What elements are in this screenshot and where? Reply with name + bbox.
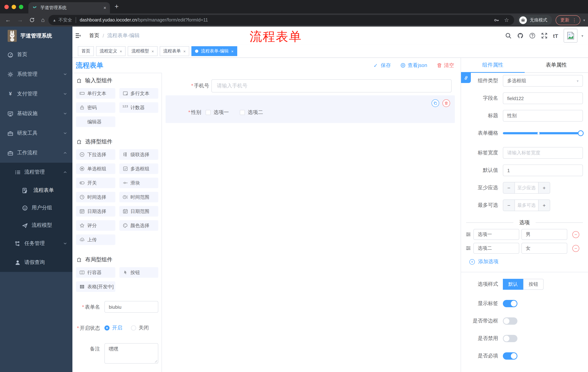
- palette-item[interactable]: 单选框组: [76, 163, 115, 174]
- checkbox-icon[interactable]: [240, 110, 245, 115]
- stepper-minus-button[interactable]: −: [503, 200, 515, 211]
- reload-icon[interactable]: [29, 17, 35, 23]
- drag-handle-icon[interactable]: [465, 245, 471, 251]
- palette-item[interactable]: 滑块: [119, 178, 158, 188]
- checkbox-option[interactable]: 选项二: [240, 109, 263, 116]
- add-option-button[interactable]: + 添加选项: [469, 258, 588, 265]
- tab-component-props[interactable]: 组件属性: [461, 58, 525, 73]
- max-select-input[interactable]: 最多可选: [515, 200, 538, 211]
- palette-item[interactable]: 多行文本: [119, 88, 158, 99]
- font-size-icon[interactable]: tT: [553, 32, 558, 39]
- toggle-switch[interactable]: [503, 317, 517, 325]
- delete-field-button[interactable]: [442, 99, 450, 107]
- component-type-select[interactable]: 多选框组▾: [503, 75, 583, 87]
- view-json-button[interactable]: 查看json: [400, 62, 427, 69]
- stepper-minus-button[interactable]: −: [503, 182, 515, 193]
- radio-option[interactable]: 关闭: [131, 325, 149, 331]
- sidebar-item-infra[interactable]: 基础设施: [0, 104, 73, 123]
- tag[interactable]: 流程模型 ×: [128, 46, 158, 56]
- toggle-switch[interactable]: [503, 300, 517, 307]
- hamburger-icon[interactable]: [75, 33, 81, 38]
- canvas-field-gender-selected[interactable]: *性别 选项一: [166, 95, 455, 123]
- tag-close-icon[interactable]: ×: [231, 49, 234, 53]
- palette-item[interactable]: 下拉选择: [76, 149, 115, 160]
- tag[interactable]: 首页: [78, 46, 94, 56]
- palette-item[interactable]: 上传: [76, 234, 115, 245]
- palette-item[interactable]: 表格[开发中]: [76, 281, 115, 292]
- sidebar-item-workflow[interactable]: 工作流程: [0, 143, 73, 163]
- avatar-caret-icon[interactable]: ▾: [581, 34, 583, 38]
- address-box[interactable]: ▲ 不安全 dashboard.yudao.iocoder.cn/bpm/man…: [48, 15, 514, 25]
- tag-close-icon[interactable]: ×: [183, 49, 186, 53]
- forward-icon[interactable]: →: [17, 17, 23, 23]
- checkbox-icon[interactable]: [206, 110, 211, 115]
- segment-option[interactable]: 按钮: [523, 279, 544, 290]
- phone-input[interactable]: 请输入手机号: [211, 79, 452, 93]
- search-icon[interactable]: [505, 32, 512, 39]
- palette-item[interactable]: 时间范围: [119, 192, 158, 202]
- tab-form-props[interactable]: 表单属性: [525, 58, 588, 73]
- label-width-input[interactable]: 请输入标签宽度: [503, 147, 583, 159]
- form-canvas[interactable]: *手机号 请输入手机号 *性别: [162, 73, 461, 372]
- field-name-input[interactable]: field122: [503, 93, 583, 104]
- minimize-window-button[interactable]: [12, 5, 16, 9]
- fullscreen-icon[interactable]: [541, 32, 548, 39]
- form-name-input[interactable]: biubiu: [105, 301, 158, 313]
- palette-item[interactable]: 行容器: [76, 267, 115, 278]
- sidebar-item-payment[interactable]: ¥ 支付管理: [0, 84, 73, 104]
- sidebar-item-system[interactable]: 系统管理: [0, 64, 73, 84]
- option-value-input[interactable]: 女: [521, 243, 567, 254]
- toggle-switch[interactable]: [503, 335, 517, 342]
- stepper-plus-button[interactable]: +: [538, 182, 550, 193]
- toggle-switch[interactable]: [503, 352, 517, 360]
- clear-button[interactable]: 清空: [437, 62, 454, 69]
- sidebar-item-leave-query[interactable]: 请假查询: [0, 253, 73, 272]
- palette-item[interactable]: 级联选择: [119, 149, 158, 160]
- sidebar-item-process-management[interactable]: 流程管理: [0, 163, 73, 182]
- avatar[interactable]: [564, 29, 578, 43]
- palette-item[interactable]: 编辑器: [76, 117, 115, 127]
- remove-option-button[interactable]: −: [572, 231, 579, 238]
- radio-option[interactable]: 开启: [105, 325, 122, 331]
- palette-item[interactable]: 颜色选择: [119, 220, 158, 231]
- breadcrumb-home[interactable]: 首页: [89, 32, 99, 39]
- tab-close-icon[interactable]: ×: [104, 5, 106, 11]
- option-value-input[interactable]: 男: [521, 229, 567, 240]
- save-button[interactable]: ✓ 保存: [374, 62, 391, 69]
- palette-item[interactable]: 单行文本: [76, 88, 115, 99]
- min-select-input[interactable]: 至少应选: [515, 182, 538, 193]
- slider-handle[interactable]: [578, 130, 584, 136]
- tag-close-icon[interactable]: ×: [152, 49, 154, 53]
- resize-handle[interactable]: [154, 359, 157, 362]
- tag[interactable]: 流程表单 ×: [160, 46, 189, 56]
- sidebar-item-devtools[interactable]: 研发工具: [0, 123, 73, 143]
- close-window-button[interactable]: [4, 5, 9, 9]
- bookmark-star-icon[interactable]: ☆: [504, 17, 509, 23]
- update-button[interactable]: 更新 ⋮: [556, 15, 580, 25]
- not-secure-label[interactable]: 不安全: [58, 17, 72, 23]
- palette-item[interactable]: 开关: [76, 178, 115, 188]
- palette-item[interactable]: 密码: [76, 102, 115, 113]
- browser-tab[interactable]: 芋道管理系统 ×: [28, 2, 110, 13]
- palette-item[interactable]: 123 计数器: [119, 102, 158, 113]
- password-key-icon[interactable]: [494, 17, 499, 23]
- sidebar-item-process-form[interactable]: 流程表单: [0, 182, 73, 199]
- checkbox-option[interactable]: 选项一: [206, 109, 229, 116]
- tag-close-icon[interactable]: ×: [120, 49, 122, 53]
- palette-item[interactable]: 按钮: [119, 267, 158, 278]
- sidebar-item-task-management[interactable]: 任务管理: [0, 234, 73, 253]
- back-icon[interactable]: ←: [5, 17, 11, 23]
- palette-item[interactable]: 时间选择: [76, 192, 115, 202]
- tag[interactable]: 流程定义 ×: [96, 46, 126, 56]
- grid-slider[interactable]: [503, 128, 583, 139]
- zoom-window-button[interactable]: [19, 5, 23, 9]
- remove-option-button[interactable]: −: [572, 245, 579, 252]
- stepper-plus-button[interactable]: +: [538, 200, 550, 211]
- option-label-input[interactable]: 选项二: [473, 243, 519, 254]
- copy-field-button[interactable]: [431, 99, 439, 107]
- default-value-input[interactable]: 1: [503, 165, 583, 176]
- sidebar-item-home[interactable]: 首页: [0, 45, 73, 64]
- sidebar-item-user-group[interactable]: 用户分组: [0, 199, 73, 217]
- palette-item[interactable]: 多选框组: [119, 163, 158, 174]
- palette-item[interactable]: 日期选择: [76, 206, 115, 217]
